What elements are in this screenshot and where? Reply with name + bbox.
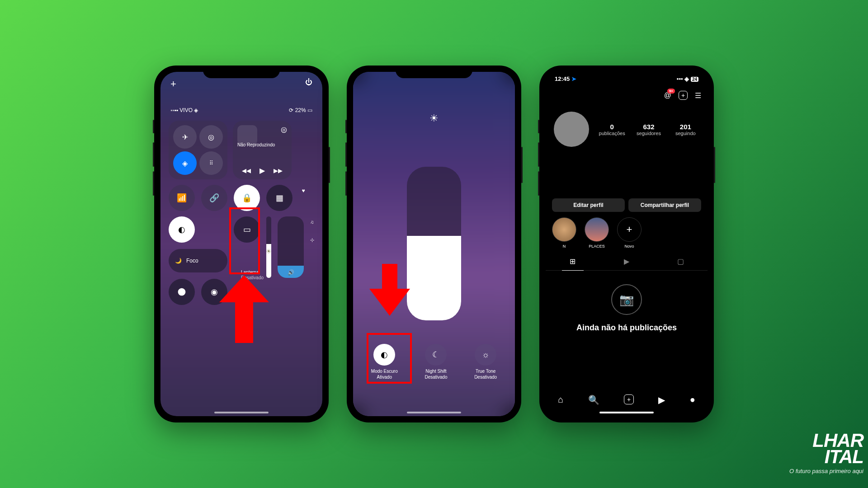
qr-icon[interactable]: ▦: [266, 185, 292, 211]
volume-icon: 🔊: [288, 269, 294, 276]
highlight-item[interactable]: N: [552, 217, 576, 249]
brightness-slider[interactable]: ☀: [266, 216, 271, 278]
phone-mockup-2: ☀ ◐ Modo EscuroAtivado ☾ Night ShiftDesa…: [347, 66, 521, 422]
location-icon: ➤: [571, 75, 576, 82]
nav-reels-icon[interactable]: ▶: [658, 394, 665, 405]
wifi-icon: ◈: [194, 107, 198, 113]
following-stat[interactable]: 201 seguindo: [672, 123, 699, 136]
status-bar: 12:45 ➤ ▪▪▪ ◈ 24: [546, 75, 708, 82]
highlight-item[interactable]: PLACES: [585, 217, 609, 249]
play-icon[interactable]: ▶: [259, 166, 265, 175]
lowpower-icon[interactable]: ▭: [234, 216, 260, 243]
status-icons: ▪▪▪ ◈ 24: [677, 75, 698, 82]
followers-stat[interactable]: 632 seguidores: [635, 123, 662, 136]
signal-icon[interactable]: ⊹: [310, 237, 314, 243]
nav-home-icon[interactable]: ⌂: [558, 394, 563, 405]
wifi-toggle-icon[interactable]: ◈: [173, 151, 197, 175]
heart-icon[interactable]: ♥: [302, 188, 305, 194]
create-icon[interactable]: +: [679, 91, 688, 100]
cellular-bluetooth-icon[interactable]: ⠿: [199, 151, 223, 175]
home-indicator[interactable]: [407, 412, 461, 413]
camera-icon: 📷: [611, 284, 642, 315]
next-icon[interactable]: ▶▶: [274, 167, 283, 174]
moon-icon: 🌙: [175, 258, 182, 264]
brightness-slider-large[interactable]: [407, 167, 461, 320]
truetone-icon: ☼: [475, 344, 496, 366]
menu-icon[interactable]: ☰: [695, 91, 701, 100]
status-bar: ▪▪▪▪ VIVO ◈ ⟳ 22% ▭: [160, 107, 322, 113]
airplane-icon[interactable]: ✈: [173, 125, 197, 149]
tab-tagged[interactable]: ▢: [654, 253, 708, 270]
music-icon[interactable]: ♫: [310, 219, 314, 225]
connectivity-panel[interactable]: ✈ ◎ ◈ ⠿: [169, 121, 227, 179]
add-icon[interactable]: +: [170, 78, 176, 90]
volume-slider[interactable]: 🔊: [278, 216, 304, 278]
sun-icon: ☀: [429, 113, 439, 124]
grid-icon: ⊞: [570, 258, 576, 265]
truetone-option[interactable]: ☼ True ToneDesativado: [474, 344, 497, 380]
nightshift-option[interactable]: ☾ Night ShiftDesativado: [425, 344, 447, 380]
nav-search-icon[interactable]: 🔍: [588, 394, 599, 405]
home-indicator[interactable]: [214, 412, 269, 413]
tab-grid[interactable]: ⊞: [546, 253, 599, 270]
posts-stat[interactable]: 0 publicações: [598, 123, 626, 136]
phone-mockup-1: + ⏻ ▪▪▪▪ VIVO ◈ ⟳ 22% ▭ ✈ ◎ ◈ ⠿: [154, 66, 329, 422]
prev-icon[interactable]: ◀◀: [242, 167, 251, 174]
arrow-down-icon: [365, 262, 415, 320]
tab-reels[interactable]: ▶: [599, 253, 653, 270]
edit-profile-button[interactable]: Editar perfil: [552, 198, 625, 212]
focus-label: Foco: [186, 258, 198, 264]
nav-profile-icon[interactable]: ●: [690, 394, 695, 405]
nav-create-icon[interactable]: +: [624, 394, 634, 404]
shazam-icon[interactable]: [169, 279, 195, 305]
avatar[interactable]: [554, 112, 589, 147]
power-icon[interactable]: ⏻: [305, 78, 312, 90]
sun-icon: ☀: [266, 248, 271, 255]
darkmode-option[interactable]: ◐ Modo EscuroAtivado: [371, 344, 398, 380]
tagged-icon: ▢: [677, 258, 684, 265]
watermark: LHAR ITAL O futuro passa primeiro aqui: [789, 430, 863, 474]
share-profile-button[interactable]: Compartilhar perfil: [628, 198, 701, 212]
media-panel[interactable]: ◎ Não Reproduzindo ◀◀ ▶ ▶▶: [233, 121, 292, 179]
rotation-lock-icon[interactable]: 🔒: [234, 185, 260, 211]
notification-badge: 9+: [667, 89, 675, 94]
link-icon[interactable]: 🔗: [201, 185, 227, 211]
cellular-icon[interactable]: 📶: [169, 185, 195, 211]
media-status: Não Reproduzindo: [237, 142, 287, 147]
darkmode-icon[interactable]: ◐: [169, 216, 195, 243]
darkmode-icon: ◐: [373, 344, 395, 366]
highlight-new[interactable]: + Novo: [617, 217, 642, 249]
home-indicator[interactable]: [599, 412, 654, 413]
empty-text: Ainda não há publicações: [576, 323, 677, 333]
nightshift-icon: ☾: [425, 344, 447, 366]
phone-mockup-3: 12:45 ➤ ▪▪▪ ◈ 24 @ 9+ + ☰ 0 publicações …: [539, 66, 714, 422]
threads-button[interactable]: @ 9+: [664, 91, 671, 99]
arrow-up-icon: [215, 271, 274, 347]
airdrop-icon[interactable]: ◎: [199, 125, 223, 149]
focus-button[interactable]: 🌙 Foco: [169, 249, 227, 272]
reels-icon: ▶: [624, 258, 629, 265]
